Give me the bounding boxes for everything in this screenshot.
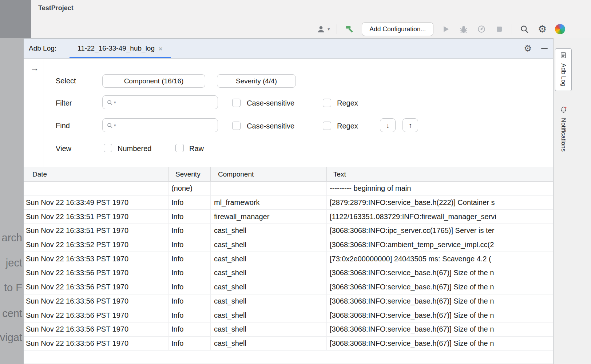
add-configuration-button[interactable]: Add Configuration... [362,22,433,36]
cell-severity: Info [169,252,211,266]
cell-component: cast_shell [211,323,327,336]
cell-component: cast_shell [211,252,327,266]
cell-date: Sun Nov 22 16:33:53 PST 1970 [24,252,169,266]
stop-icon[interactable] [494,24,505,35]
cell-component: cast_shell [211,337,327,351]
filter-case-sensitive-checkbox[interactable] [232,99,241,107]
chevron-down-icon: ▾ [114,100,116,104]
log-table: Date Severity Component Text (none) ----… [24,167,553,351]
background-text-fragment: vigat [0,332,22,344]
cell-text: [3068:3068:INFO:ambient_temp_service_imp… [327,238,553,252]
dock-tab-adb-log[interactable]: Adb Log [555,48,572,91]
dimmed-background-strip: arch ject to F cent vigat [0,38,23,364]
adb-log-panel: Adb Log: 11-22_16-33-49_hub_log × ⚙ → Se… [23,38,553,364]
column-header-date[interactable]: Date [24,167,169,181]
numbered-label: Numbered [118,145,151,153]
cell-date: Sun Nov 22 16:33:56 PST 1970 [24,337,169,351]
view-label: View [56,145,71,153]
tab-close-icon[interactable]: × [158,45,163,52]
notifications-bell-icon [560,106,567,115]
minimize-icon[interactable] [541,48,548,49]
search-icon [107,99,113,106]
severity-filter-button[interactable]: Severity (4/4) [217,74,296,88]
panel-settings-gear-icon[interactable]: ⚙ [524,44,532,53]
filter-input[interactable]: ▾ [102,95,218,109]
numbered-checkbox[interactable] [104,144,112,152]
log-row[interactable]: Sun Nov 22 16:33:51 PST 1970 Info cast_s… [24,224,553,238]
colorful-orb [555,24,565,34]
toolbar-divider [512,24,512,34]
ide-titlebar: TestProject ▾ Add Configuration... [0,0,591,38]
cell-severity: Info [169,224,211,238]
dock-tab-adb-log-label: Adb Log [560,63,567,86]
adb-log-panel-header: Adb Log: 11-22_16-33-49_hub_log × ⚙ [24,39,553,59]
filter-toolbar: → Select Component (16/16) Severity (4/4… [24,59,553,167]
log-row[interactable]: Sun Nov 22 16:33:52 PST 1970 Info cast_s… [24,238,553,252]
log-row[interactable]: Sun Nov 22 16:33:49 PST 1970 Info ml_fra… [24,196,553,210]
run-icon[interactable] [440,24,451,35]
column-header-text[interactable]: Text [327,167,553,181]
cell-component: firewall_manager [211,210,327,223]
debug-icon[interactable] [458,24,469,35]
cell-text: [3068:3068:INFO:service_base.h(67)] Size… [327,323,553,336]
log-row[interactable]: Sun Nov 22 16:33:56 PST 1970 Info cast_s… [24,308,553,323]
column-header-component[interactable]: Component [211,167,327,181]
raw-checkbox[interactable] [175,144,184,152]
dock-tab-notifications[interactable]: Notifications [555,103,572,156]
background-window-corner [0,0,31,38]
find-previous-button[interactable]: ↑ [402,118,418,132]
cell-component: cast_shell [211,266,327,280]
log-file-tab-label: 11-22_16-33-49_hub_log [78,44,155,52]
settings-gear-icon[interactable]: ⚙ [537,24,548,35]
component-filter-button[interactable]: Component (16/16) [102,74,205,88]
person-icon [316,24,326,35]
find-input[interactable]: ▾ [102,118,218,132]
log-table-header: Date Severity Component Text [24,167,553,182]
log-row[interactable]: Sun Nov 22 16:33:51 PST 1970 Info firewa… [24,210,553,224]
cell-severity: Info [169,210,211,223]
chevron-down-icon: ▾ [114,123,116,127]
find-regex-checkbox[interactable] [323,122,331,130]
search-everywhere-icon[interactable] [519,24,530,35]
cell-component: cast_shell [211,294,327,308]
cell-severity: Info [169,337,211,351]
find-regex-label: Regex [337,122,358,130]
background-text-fragment: cent [2,308,22,320]
cell-date: Sun Nov 22 16:33:52 PST 1970 [24,238,169,252]
dock-tab-notifications-label: Notifications [560,118,567,152]
background-text-fragment: to F [4,282,22,294]
cell-date: Sun Nov 22 16:33:49 PST 1970 [24,196,169,210]
filter-text-field[interactable] [117,99,215,106]
log-row[interactable]: Sun Nov 22 16:33:56 PST 1970 Info cast_s… [24,323,553,337]
build-hammer-icon[interactable] [344,24,355,35]
background-text-fragment: ject [6,257,22,269]
log-row[interactable]: Sun Nov 22 16:33:56 PST 1970 Info cast_s… [24,280,553,294]
log-row[interactable]: (none) --------- beginning of main [24,182,553,196]
log-file-tab[interactable]: 11-22_16-33-49_hub_log × [70,39,171,58]
log-row[interactable]: Sun Nov 22 16:33:56 PST 1970 Info cast_s… [24,266,553,280]
project-title: TestProject [38,4,74,12]
user-profile-button[interactable]: ▾ [316,24,330,35]
cell-date: Sun Nov 22 16:33:56 PST 1970 [24,323,169,336]
cell-date: Sun Nov 22 16:33:56 PST 1970 [24,308,169,322]
find-next-button[interactable]: ↓ [380,118,396,132]
cell-text: [3068:3068:INFO:service_base.h(67)] Size… [327,308,553,322]
log-row[interactable]: Sun Nov 22 16:33:56 PST 1970 Info cast_s… [24,337,553,351]
colorful-profile-icon[interactable] [555,24,566,35]
find-case-sensitive-label: Case-sensitive [247,122,294,130]
find-text-field[interactable] [117,122,215,129]
cell-severity: Info [169,280,211,294]
profiler-icon[interactable] [476,24,487,35]
column-header-severity[interactable]: Severity [169,167,211,181]
log-row[interactable]: Sun Nov 22 16:33:56 PST 1970 Info cast_s… [24,294,553,309]
cell-text: --------- beginning of main [327,182,553,195]
cell-date [24,182,169,195]
collapse-arrow-icon[interactable]: → [30,63,39,73]
log-row[interactable]: Sun Nov 22 16:33:53 PST 1970 Info cast_s… [24,252,553,266]
find-case-sensitive-checkbox[interactable] [232,122,241,130]
filter-regex-checkbox[interactable] [323,99,331,107]
cell-text: [73:0x2e00000000] 24043505 ms: Scavenge … [327,252,553,266]
raw-label: Raw [189,145,204,153]
search-icon [107,122,113,128]
filter-case-sensitive-label: Case-sensitive [247,99,294,107]
